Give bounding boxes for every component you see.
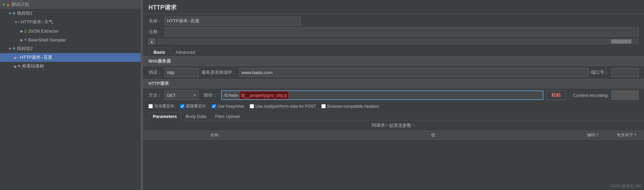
comment-input[interactable] bbox=[165, 28, 639, 36]
port-label: 端口号： bbox=[591, 69, 609, 75]
tree-icon-http-weather: / bbox=[18, 20, 19, 24]
scroll-thumb bbox=[611, 39, 631, 44]
checkbox-multipart[interactable]: Use multipart/form-data for POST bbox=[250, 104, 316, 109]
params-table-header: 名称： 值 编码？ 包含等于？ bbox=[143, 131, 644, 140]
params-col-include-equals: 包含等于？ bbox=[610, 131, 644, 139]
path-input-wrapper: /S?wd= ${__property(pro_city,)} bbox=[221, 90, 543, 100]
tree-icon-http-baidu: / bbox=[18, 55, 19, 59]
tree-icon-thread-group-2: ⚙ bbox=[12, 47, 16, 51]
follow-redirect-checkbox[interactable] bbox=[180, 104, 184, 108]
comment-label: 注释： bbox=[148, 29, 162, 35]
tree-label-http-baidu: HTTP请求--百度 bbox=[20, 54, 52, 61]
tree-label-view-result: 察看结果树 bbox=[22, 63, 44, 69]
protocol-input[interactable] bbox=[165, 68, 199, 77]
tree-arrow-view-result: ▶ bbox=[14, 65, 17, 68]
tree-label-thread-group-1: 线程组1 bbox=[17, 10, 33, 16]
name-label: 名称： bbox=[148, 18, 162, 24]
content-encoding-input[interactable] bbox=[611, 90, 639, 100]
browser-headers-label: Browser-compatible headers bbox=[327, 104, 379, 109]
scroll-bar[interactable] bbox=[158, 39, 639, 44]
tree-icon-view-result: ✎ bbox=[18, 64, 21, 69]
tree-label-beanshell-sampler: BeanShell Sampler bbox=[28, 37, 66, 42]
main-title: HTTP请求 bbox=[143, 0, 644, 14]
method-row: 方法： GET POST PUT DELETE 路径： /S?wd= ${__p… bbox=[148, 90, 639, 100]
main-content: HTTP请求 名称： 注释： ▲ Basic Advanced Web服务器 协… bbox=[143, 0, 644, 190]
watermark: CSDN @黑瑶_165 bbox=[610, 184, 641, 189]
comment-row: 注释： bbox=[148, 28, 639, 36]
protocol-label: 协议： bbox=[148, 69, 162, 75]
method-select[interactable]: GET POST PUT DELETE bbox=[164, 90, 198, 100]
sub-tab-body-data[interactable]: Body Data bbox=[181, 112, 211, 120]
tree-icon-test-plan: ▲ bbox=[6, 2, 10, 6]
content-encoding-label: Content encoding: bbox=[573, 93, 609, 98]
sidebar-item-json-extractor[interactable]: ▶{}JSON Extractor bbox=[0, 27, 141, 35]
auto-redirect-checkbox[interactable] bbox=[148, 104, 153, 108]
params-col-name: 名称： bbox=[143, 131, 290, 139]
path-prefix: /S?wd= bbox=[222, 91, 239, 99]
collapse-button[interactable]: ▲ bbox=[148, 38, 155, 45]
tree-icon-thread-group-1: ⚙ bbox=[12, 11, 16, 16]
sidebar-item-http-baidu[interactable]: ▶/HTTP请求--百度 bbox=[0, 53, 141, 62]
server-label: 服务器名称或IP： bbox=[201, 69, 236, 75]
path-highlight: ${__property(pro_city,)} bbox=[239, 91, 289, 99]
tree-label-http-weather: HTTP请求--天气 bbox=[21, 19, 53, 25]
params-col-value: 值 bbox=[290, 131, 576, 139]
params-hint: 同请求一起发送参数： bbox=[143, 120, 644, 131]
web-server-section-header: Web服务器 bbox=[143, 56, 644, 66]
follow-redirect-label: 跟随重定向 bbox=[186, 103, 206, 109]
path-label: 路径： bbox=[204, 92, 217, 98]
auto-redirect-label: 自动重定向 bbox=[154, 103, 175, 109]
http-request-section-header: HTTP请求 bbox=[143, 79, 644, 88]
checkbox-browser-headers[interactable]: Browser-compatible headers bbox=[321, 104, 379, 109]
sub-tab-parameters[interactable]: Parameters bbox=[148, 112, 181, 120]
checkbox-follow-redirect[interactable]: 跟随重定向 bbox=[180, 103, 206, 109]
sidebar-item-thread-group-2[interactable]: ▼⚙线程组2 bbox=[0, 44, 141, 53]
sidebar: ▼▲测试计划▼⚙线程组1▼/HTTP请求--天气▶{}JSON Extracto… bbox=[0, 0, 141, 190]
tree-arrow-thread-group-2: ▼ bbox=[8, 47, 12, 51]
tree-arrow-http-weather: ▼ bbox=[14, 20, 18, 24]
tree-label-test-plan: 测试计划 bbox=[11, 1, 29, 7]
tabs-row: Basic Advanced bbox=[143, 47, 644, 56]
tab-basic[interactable]: Basic bbox=[148, 48, 171, 56]
multipart-label: Use multipart/form-data for POST bbox=[255, 104, 316, 109]
tree-label-json-extractor: JSON Extractor bbox=[28, 29, 59, 34]
port-input[interactable] bbox=[611, 68, 639, 77]
sidebar-item-thread-group-1[interactable]: ▼⚙线程组1 bbox=[0, 9, 141, 18]
paste-button[interactable]: 粘贴 bbox=[546, 90, 566, 100]
web-server-row: 协议： 服务器名称或IP： 端口号： bbox=[143, 66, 644, 79]
tab-advanced[interactable]: Advanced bbox=[171, 48, 200, 56]
tree-arrow-beanshell-sampler: ▶ bbox=[20, 38, 23, 42]
tree-label-thread-group-2: 线程组2 bbox=[17, 46, 33, 52]
tree-arrow-http-baidu: ▶ bbox=[14, 56, 17, 59]
method-label: 方法： bbox=[148, 92, 162, 98]
checkbox-auto-redirect[interactable]: 自动重定向 bbox=[148, 103, 175, 109]
params-col-encode: 编码？ bbox=[576, 131, 610, 139]
tree-arrow-test-plan: ▼ bbox=[2, 3, 5, 6]
sidebar-item-view-result[interactable]: ▶✎察看结果树 bbox=[0, 62, 141, 71]
multipart-checkbox[interactable] bbox=[250, 104, 254, 108]
tree-icon-json-extractor: {} bbox=[24, 29, 27, 33]
sub-tab-files-upload[interactable]: Files Upload bbox=[211, 112, 244, 120]
name-input[interactable] bbox=[165, 17, 301, 25]
keep-alive-label: Use KeepAlive bbox=[217, 104, 244, 109]
sidebar-item-beanshell-sampler[interactable]: ▶✦BeanShell Sampler bbox=[0, 35, 141, 44]
sidebar-item-test-plan[interactable]: ▼▲测试计划 bbox=[0, 0, 141, 9]
tree-icon-beanshell-sampler: ✦ bbox=[24, 38, 27, 42]
path-rest-input[interactable] bbox=[289, 91, 543, 99]
server-input[interactable] bbox=[239, 68, 588, 77]
sidebar-item-http-weather[interactable]: ▼/HTTP请求--天气 bbox=[0, 18, 141, 27]
sub-tabs-row: Parameters Body Data Files Upload bbox=[143, 112, 644, 120]
name-row: 名称： bbox=[148, 17, 639, 25]
tree-arrow-thread-group-1: ▼ bbox=[8, 12, 12, 15]
keep-alive-checkbox[interactable] bbox=[212, 104, 216, 108]
checkboxes-row: 自动重定向 跟随重定向 Use KeepAlive Use multipart/… bbox=[143, 102, 644, 110]
method-select-wrapper[interactable]: GET POST PUT DELETE bbox=[164, 90, 198, 100]
browser-headers-checkbox[interactable] bbox=[321, 104, 326, 108]
checkbox-keep-alive[interactable]: Use KeepAlive bbox=[212, 104, 244, 109]
http-request-section: 方法： GET POST PUT DELETE 路径： /S?wd= ${__p… bbox=[143, 88, 644, 102]
form-area: 名称： 注释： ▲ bbox=[143, 14, 644, 47]
tree-arrow-json-extractor: ▶ bbox=[20, 29, 23, 33]
